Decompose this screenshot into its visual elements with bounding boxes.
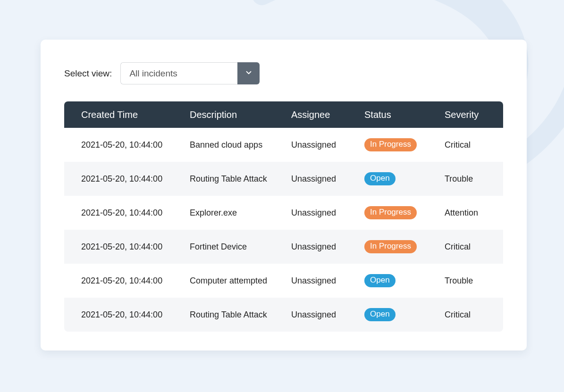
status-badge: Open <box>364 308 396 321</box>
col-header-created: Created Time <box>81 109 190 120</box>
cell-status: In Progress <box>364 206 445 219</box>
cell-severity: Critical <box>445 242 486 252</box>
table-row[interactable]: 2021-05-20, 10:44:00Routing Table Attack… <box>64 162 503 196</box>
table-row[interactable]: 2021-05-20, 10:44:00Explorer.exeUnassign… <box>64 196 503 230</box>
cell-created: 2021-05-20, 10:44:00 <box>81 208 190 218</box>
cell-description: Banned cloud apps <box>190 140 291 150</box>
view-select[interactable]: All incidents <box>120 62 260 84</box>
table-row[interactable]: 2021-05-20, 10:44:00Computer attemptedUn… <box>64 264 503 298</box>
table-header-row: Created Time Description Assignee Status… <box>64 101 503 128</box>
incidents-table: Created Time Description Assignee Status… <box>64 101 503 332</box>
cell-status: In Progress <box>364 240 445 253</box>
col-header-status: Status <box>364 109 445 120</box>
table-row[interactable]: 2021-05-20, 10:44:00Banned cloud appsUna… <box>64 128 503 162</box>
status-badge: In Progress <box>364 240 417 253</box>
table-row[interactable]: 2021-05-20, 10:44:00Routing Table Attack… <box>64 298 503 332</box>
cell-assignee: Unassigned <box>291 310 364 320</box>
col-header-severity: Severity <box>445 109 486 120</box>
cell-assignee: Unassigned <box>291 174 364 184</box>
cell-description: Routing Table Attack <box>190 310 291 320</box>
cell-status: Open <box>364 274 445 287</box>
view-select-toggle[interactable] <box>237 62 260 84</box>
cell-severity: Critical <box>445 140 486 150</box>
cell-severity: Trouble <box>445 276 486 286</box>
incidents-card: Select view: All incidents Created Time … <box>41 40 527 350</box>
chevron-down-icon <box>244 68 253 79</box>
cell-assignee: Unassigned <box>291 276 364 286</box>
cell-created: 2021-05-20, 10:44:00 <box>81 174 190 184</box>
cell-assignee: Unassigned <box>291 242 364 252</box>
status-badge: Open <box>364 172 396 185</box>
cell-description: Routing Table Attack <box>190 174 291 184</box>
col-header-description: Description <box>190 109 291 120</box>
cell-created: 2021-05-20, 10:44:00 <box>81 140 190 150</box>
cell-status: In Progress <box>364 138 445 151</box>
view-label: Select view: <box>64 68 112 79</box>
cell-severity: Critical <box>445 310 486 320</box>
table-row[interactable]: 2021-05-20, 10:44:00Fortinet DeviceUnass… <box>64 230 503 264</box>
col-header-assignee: Assignee <box>291 109 364 120</box>
cell-created: 2021-05-20, 10:44:00 <box>81 310 190 320</box>
table-body: 2021-05-20, 10:44:00Banned cloud appsUna… <box>64 128 503 332</box>
cell-description: Explorer.exe <box>190 208 291 218</box>
view-select-value[interactable]: All incidents <box>120 62 237 84</box>
cell-status: Open <box>364 308 445 321</box>
cell-created: 2021-05-20, 10:44:00 <box>81 242 190 252</box>
cell-created: 2021-05-20, 10:44:00 <box>81 276 190 286</box>
status-badge: Open <box>364 274 396 287</box>
status-badge: In Progress <box>364 206 417 219</box>
cell-assignee: Unassigned <box>291 140 364 150</box>
cell-description: Fortinet Device <box>190 242 291 252</box>
status-badge: In Progress <box>364 138 417 151</box>
cell-assignee: Unassigned <box>291 208 364 218</box>
cell-severity: Trouble <box>445 174 486 184</box>
view-selector-row: Select view: All incidents <box>64 62 503 84</box>
cell-status: Open <box>364 172 445 185</box>
cell-description: Computer attempted <box>190 276 291 286</box>
cell-severity: Attention <box>445 208 486 218</box>
